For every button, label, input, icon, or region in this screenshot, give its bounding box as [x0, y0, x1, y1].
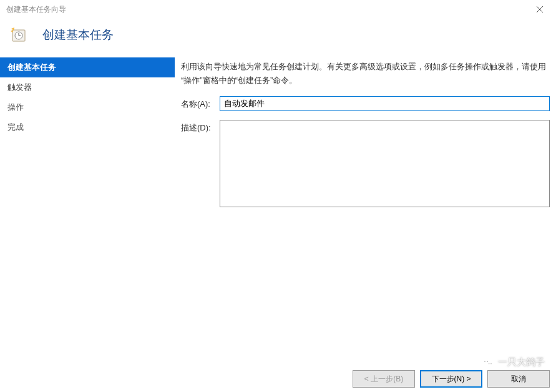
wizard-header: 创建基本任务 [0, 19, 556, 57]
svg-point-6 [482, 358, 490, 365]
sidebar-item-trigger[interactable]: 触发器 [0, 77, 175, 97]
svg-point-11 [490, 363, 491, 364]
name-input[interactable] [220, 96, 550, 111]
wizard-main: 利用该向导快速地为常见任务创建计划。有关更多高级选项或设置，例如多任务操作或触发… [175, 57, 556, 358]
sidebar-item-create-basic-task[interactable]: 创建基本任务 [0, 57, 175, 77]
description-input[interactable] [220, 120, 550, 207]
wizard-footer: < 上一步(B) 下一步(N) > 取消 [0, 366, 556, 392]
sidebar-item-label: 完成 [7, 122, 24, 132]
close-icon [536, 6, 544, 13]
description-label: 描述(D): [181, 120, 220, 134]
sidebar-item-finish[interactable]: 完成 [0, 117, 175, 137]
wizard-sidebar: 创建基本任务 触发器 操作 完成 [0, 57, 175, 358]
window-title: 创建基本任务向导 [6, 4, 66, 15]
titlebar: 创建基本任务向导 [0, 0, 556, 19]
sidebar-item-label: 触发器 [7, 82, 32, 92]
svg-point-8 [484, 361, 485, 362]
clock-task-icon [10, 26, 27, 44]
sidebar-item-label: 操作 [7, 102, 24, 112]
cancel-button[interactable]: 取消 [487, 370, 550, 388]
back-button: < 上一步(B) [353, 370, 415, 388]
svg-point-9 [487, 361, 488, 362]
page-title: 创建基本任务 [42, 27, 114, 43]
close-button[interactable] [527, 1, 552, 17]
svg-point-10 [489, 363, 489, 364]
name-label: 名称(A): [181, 96, 220, 110]
description-row: 描述(D): [181, 120, 550, 207]
next-button[interactable]: 下一步(N) > [420, 370, 482, 388]
name-row: 名称(A): [181, 96, 550, 111]
sidebar-item-action[interactable]: 操作 [0, 97, 175, 117]
sidebar-item-label: 创建基本任务 [7, 62, 56, 72]
wizard-content: 创建基本任务 触发器 操作 完成 利用该向导快速地为常见任务创建计划。有关更多高… [0, 57, 556, 358]
intro-text: 利用该向导快速地为常见任务创建计划。有关更多高级选项或设置，例如多任务操作或触发… [181, 60, 550, 87]
